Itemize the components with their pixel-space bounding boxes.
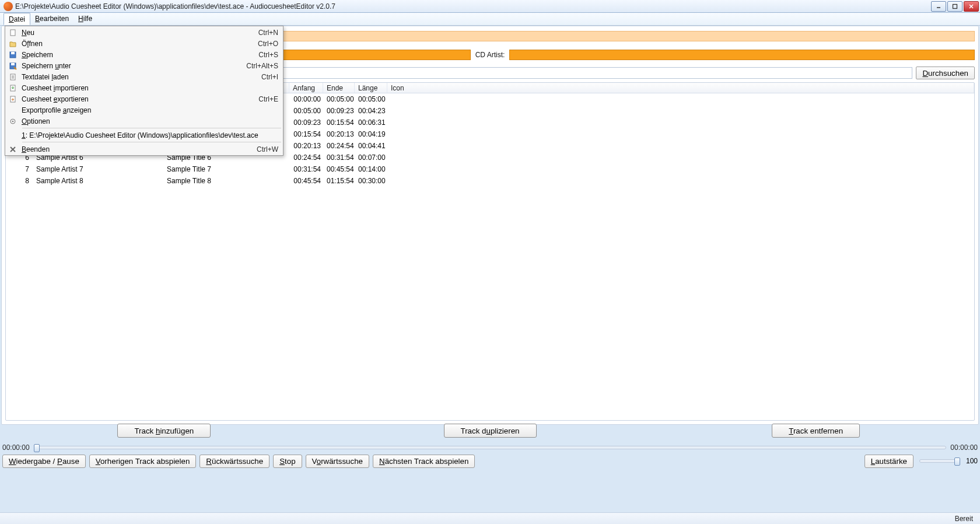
statusbar: Bereit	[0, 512, 980, 524]
menu-item-accel: Ctrl+N	[258, 29, 278, 37]
seek-time-left: 00:00:00	[2, 443, 34, 452]
cell-laenge: 00:14:00	[355, 165, 387, 173]
cell-ende: 00:31:54	[323, 153, 355, 162]
svg-rect-8	[11, 63, 15, 65]
cell-laenge: 00:06:31	[355, 118, 387, 127]
play-pause-button[interactable]: Wiedergabe / Pause	[2, 455, 86, 468]
menu-item-neu[interactable]: NeuCtrl+N	[6, 27, 282, 38]
cell-artist: Sample Artist 7	[33, 165, 163, 173]
cell-artist: Sample Artist 8	[33, 177, 163, 185]
volume-thumb[interactable]	[954, 457, 960, 466]
cell-laenge: 00:30:00	[355, 177, 387, 185]
cell-anfang: 00:00:00	[289, 95, 323, 103]
cell-laenge: 00:04:23	[355, 107, 387, 115]
menu-item-recent-1[interactable]: 1: E:\Projekte\Audio Cuesheet Editor (Wi…	[6, 130, 282, 141]
remove-track-button[interactable]: Track entfernen	[772, 424, 860, 438]
cell-ende: 00:05:00	[323, 95, 355, 103]
col-anfang[interactable]: Anfang	[289, 83, 323, 93]
cell-ende: 00:20:13	[323, 130, 355, 138]
col-laenge[interactable]: Länge	[355, 83, 387, 93]
menu-item-cuesheet-exportieren[interactable]: Cuesheet exportierenCtrl+E	[6, 93, 282, 104]
window-controls	[931, 1, 979, 12]
playback-row: Wiedergabe / Pause Vorherigen Track absp…	[2, 454, 978, 468]
menu-item-speichern-unter[interactable]: Speichern unterCtrl+Alt+S	[6, 60, 282, 71]
menu-item-label: Speichern unter	[22, 62, 239, 70]
stop-button[interactable]: Stop	[273, 455, 302, 468]
svg-rect-1	[953, 4, 957, 8]
cd-artist-label: CD Artist:	[473, 51, 508, 59]
table-row[interactable]: 7Sample Artist 7Sample Title 700:31:5400…	[6, 163, 974, 175]
seek-slider[interactable]	[34, 446, 946, 449]
save-as-icon	[8, 61, 18, 71]
cell-laenge: 00:04:19	[355, 130, 387, 138]
cell-title: Sample Title 7	[163, 165, 289, 173]
menu-item-label: Öffnen	[22, 40, 251, 48]
volume-slider[interactable]	[919, 459, 960, 463]
cell-ende: 00:15:54	[323, 118, 355, 127]
forward-button[interactable]: Vorwärtssuche	[306, 455, 369, 468]
rewind-button[interactable]: Rückwärtssuche	[200, 455, 270, 468]
volume-value: 100	[966, 457, 978, 465]
seek-time-right: 00:00:00	[946, 443, 978, 452]
menu-item-label: Textdatei laden	[22, 73, 254, 81]
cell-no: 8	[6, 177, 33, 185]
cell-title: Sample Title 8	[163, 177, 289, 185]
close-button[interactable]	[964, 1, 979, 12]
cell-ende: 00:45:54	[323, 165, 355, 173]
maximize-button[interactable]	[947, 1, 963, 12]
menu-datei[interactable]: Datei	[4, 13, 30, 25]
cell-anfang: 00:45:54	[289, 177, 323, 185]
cell-anfang: 00:09:23	[289, 118, 323, 127]
datei-dropdown: NeuCtrl+NÖffnenCtrl+OSpeichernCtrl+SSpei…	[5, 26, 284, 156]
window-title: E:\Projekte\Audio Cuesheet Editor (Windo…	[15, 2, 931, 11]
menu-item-label: Optionen	[22, 117, 271, 125]
col-icon[interactable]: Icon	[387, 83, 974, 93]
text-file-icon	[8, 72, 18, 82]
track-actions: Track hinzufügen Track duplizieren Track…	[1, 422, 979, 439]
menu-item-beenden[interactable]: Beenden Ctrl+W	[6, 144, 282, 155]
menu-separator	[22, 128, 281, 128]
menu-item-cuesheet-importieren[interactable]: Cuesheet importieren	[6, 82, 282, 93]
import-icon	[8, 83, 18, 93]
browse-button[interactable]: Durchsuchen	[916, 67, 975, 79]
blank-icon	[8, 106, 18, 115]
menu-item-accel: Ctrl+S	[258, 51, 278, 59]
menu-item-exportprofile-anzeigen[interactable]: Exportprofile anzeigen	[6, 104, 282, 116]
table-row[interactable]: 8Sample Artist 8Sample Title 800:45:5401…	[6, 175, 974, 187]
close-icon	[8, 145, 18, 154]
cell-anfang: 00:20:13	[289, 142, 323, 150]
cell-ende: 00:24:54	[323, 142, 355, 150]
menu-bearbeiten[interactable]: Bearbeiten	[30, 13, 74, 25]
minimize-button[interactable]	[931, 1, 946, 12]
cell-anfang: 00:15:54	[289, 130, 323, 138]
menu-item-accel: Ctrl+Alt+S	[246, 62, 278, 70]
menu-item-accel: Ctrl+O	[258, 40, 278, 48]
cell-anfang: 00:31:54	[289, 165, 323, 173]
seek-thumb[interactable]	[34, 444, 40, 452]
svg-rect-6	[11, 52, 15, 54]
menu-hilfe[interactable]: Hilfe	[74, 13, 97, 25]
menu-item-label: Neu	[22, 29, 251, 37]
menu-item-label: Exportprofile anzeigen	[22, 106, 271, 114]
duplicate-track-button[interactable]: Track duplizieren	[444, 424, 537, 438]
menu-item-optionen[interactable]: Optionen	[6, 116, 282, 127]
cd-artist-field[interactable]	[509, 50, 975, 60]
next-track-button[interactable]: Nächsten Track abspielen	[373, 455, 475, 468]
menu-item-textdatei-laden[interactable]: Textdatei ladenCtrl+I	[6, 71, 282, 82]
add-track-button[interactable]: Track hinzufügen	[117, 424, 211, 438]
menu-separator	[22, 142, 281, 142]
menu-item-oeffnen[interactable]: ÖffnenCtrl+O	[6, 38, 282, 49]
svg-rect-4	[10, 30, 15, 36]
menu-item-accel: Ctrl+I	[261, 73, 278, 81]
cell-ende: 01:15:54	[323, 177, 355, 185]
open-icon	[8, 39, 18, 48]
cell-laenge: 00:04:41	[355, 142, 387, 150]
export-icon	[8, 95, 18, 104]
prev-track-button[interactable]: Vorherigen Track abspielen	[89, 455, 197, 468]
menu-item-speichern[interactable]: SpeichernCtrl+S	[6, 49, 282, 60]
menubar: Datei Bearbeiten Hilfe	[0, 13, 980, 26]
volume-button[interactable]: Lautstärke	[864, 455, 914, 468]
new-file-icon	[8, 28, 18, 37]
app-icon	[4, 2, 13, 11]
col-ende[interactable]: Ende	[323, 83, 355, 93]
